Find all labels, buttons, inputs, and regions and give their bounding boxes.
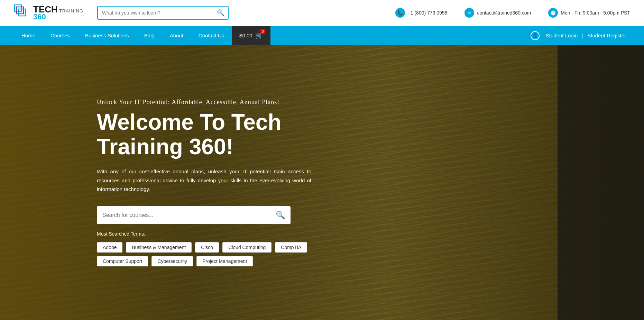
nav-item-contact[interactable]: Contact Us bbox=[191, 26, 232, 45]
cart-button[interactable]: $0.00 🛒 0 bbox=[232, 26, 270, 45]
phone-contact: 📞 +1 (800) 773 0958 bbox=[395, 8, 448, 18]
top-search-input[interactable] bbox=[98, 7, 213, 19]
svg-rect-2 bbox=[19, 9, 26, 16]
nav-item-courses[interactable]: Courses bbox=[43, 26, 77, 45]
nav-item-blog[interactable]: Blog bbox=[137, 26, 162, 45]
cart-price: $0.00 bbox=[239, 33, 252, 38]
tag-cisco[interactable]: Cisco bbox=[195, 242, 219, 253]
top-search-bar[interactable]: 🔍 bbox=[97, 6, 229, 20]
cart-badge: 0 bbox=[260, 29, 266, 34]
search-tags-row2: Computer Support Cybersecurity Project M… bbox=[97, 256, 311, 266]
svg-rect-1 bbox=[17, 7, 24, 14]
top-search-button[interactable]: 🔍 bbox=[213, 9, 228, 17]
logo-num: 360 bbox=[33, 13, 83, 21]
email-contact: ✉ contact@trained360.com bbox=[464, 8, 531, 18]
business-hours: Mon - Fri: 9:00am - 5:00pm PST bbox=[561, 10, 630, 16]
contact-info: 📞 +1 (800) 773 0958 ✉ contact@trained360… bbox=[395, 8, 630, 18]
nav-item-about[interactable]: About bbox=[162, 26, 191, 45]
hero-section: Unlock Your IT Potential: Affordable, Ac… bbox=[0, 45, 644, 320]
hero-title: Welcome To Tech Training 360! bbox=[97, 110, 311, 159]
email-address: contact@trained360.com bbox=[477, 10, 531, 16]
hero-description: With any of our cost-effective annual pl… bbox=[97, 167, 311, 194]
email-icon: ✉ bbox=[464, 8, 474, 18]
most-searched-label: Most Searched Terms: bbox=[97, 231, 145, 237]
phone-number: +1 (800) 773 0958 bbox=[408, 10, 448, 16]
phone-icon: 📞 bbox=[395, 8, 405, 18]
most-searched-area: Most Searched Terms: bbox=[97, 231, 311, 237]
top-bar: TECH TRAINING 360 🔍 📞 +1 (800) 773 0958 … bbox=[0, 0, 644, 26]
student-register-link[interactable]: Student Register bbox=[583, 33, 630, 38]
nav-bar: Home Courses Business Solutions Blog Abo… bbox=[0, 26, 644, 45]
nav-link-about[interactable]: About bbox=[162, 26, 191, 45]
nav-link-home[interactable]: Home bbox=[14, 26, 43, 45]
auth-links: 👤 Student Login | Student Register bbox=[531, 31, 630, 40]
svg-rect-0 bbox=[15, 5, 21, 12]
search-tags-row1: Adobe Business & Management Cisco Cloud … bbox=[97, 242, 311, 253]
tag-project-management[interactable]: Project Management bbox=[196, 256, 253, 266]
nav-links: Home Courses Business Solutions Blog Abo… bbox=[14, 26, 232, 45]
hero-search-button[interactable]: 🔍 bbox=[270, 211, 291, 220]
student-login-link[interactable]: Student Login bbox=[542, 33, 582, 38]
tag-comptia[interactable]: CompTIA bbox=[275, 242, 307, 253]
nav-link-blog[interactable]: Blog bbox=[137, 26, 162, 45]
logo[interactable]: TECH TRAINING 360 bbox=[14, 4, 83, 21]
nav-link-courses[interactable]: Courses bbox=[43, 26, 77, 45]
nav-item-home[interactable]: Home bbox=[14, 26, 43, 45]
tag-adobe[interactable]: Adobe bbox=[97, 242, 122, 253]
hero-search-bar[interactable]: 🔍 bbox=[97, 206, 291, 224]
hero-content: Unlock Your IT Potential: Affordable, Ac… bbox=[0, 99, 311, 266]
tag-business-management[interactable]: Business & Management bbox=[126, 242, 192, 253]
user-icon: 👤 bbox=[531, 31, 540, 40]
tag-cybersecurity[interactable]: Cybersecurity bbox=[151, 256, 193, 266]
tag-computer-support[interactable]: Computer Support bbox=[97, 256, 148, 266]
nav-link-business[interactable]: Business Solutions bbox=[77, 26, 137, 45]
hero-search-input[interactable] bbox=[97, 206, 270, 224]
clock-icon: 🕐 bbox=[548, 8, 558, 18]
hero-subtitle: Unlock Your IT Potential: Affordable, Ac… bbox=[97, 99, 311, 106]
tag-cloud-computing[interactable]: Cloud Computing bbox=[222, 242, 272, 253]
nav-link-contact[interactable]: Contact Us bbox=[191, 26, 232, 45]
hours-contact: 🕐 Mon - Fri: 9:00am - 5:00pm PST bbox=[548, 8, 630, 18]
nav-item-business[interactable]: Business Solutions bbox=[77, 26, 137, 45]
